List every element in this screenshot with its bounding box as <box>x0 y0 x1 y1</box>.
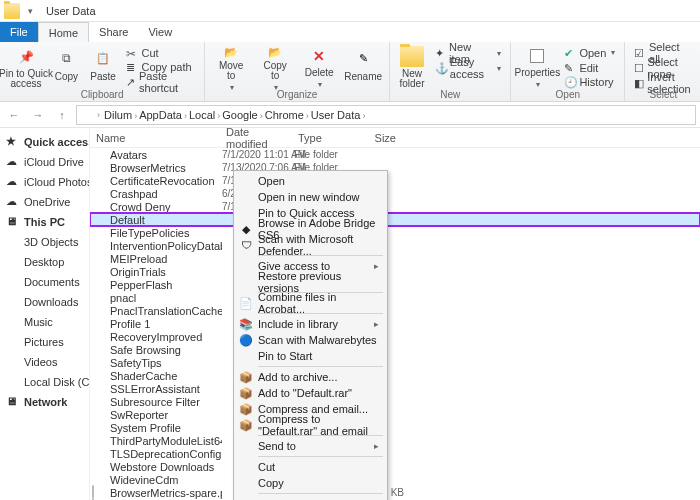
file-row[interactable]: RecoveryImproved <box>90 330 700 343</box>
file-row[interactable]: BrowserMetrics7/13/2020 7:06 AMFile fold… <box>90 161 700 174</box>
address-bar[interactable]: › Dilum›AppData›Local›Google›Chrome›User… <box>76 105 696 125</box>
file-row[interactable]: WidevineCdm <box>90 473 700 486</box>
file-row[interactable]: ThirdPartyModuleList64 <box>90 434 700 447</box>
file-row[interactable]: Avatars7/1/2020 11:01 AMFile folder <box>90 148 700 161</box>
file-row[interactable]: Profile 1 <box>90 317 700 330</box>
tab-share[interactable]: Share <box>89 22 138 42</box>
tab-file[interactable]: File <box>0 22 38 42</box>
col-size[interactable]: Size <box>352 132 402 144</box>
nav-item[interactable]: ☁OneDrive <box>2 192 87 212</box>
file-row[interactable]: MEIPreload <box>90 252 700 265</box>
menu-item[interactable]: 📦Compress to "Default.rar" and email <box>236 417 385 433</box>
menu-item[interactable]: 📦Add to "Default.rar" <box>236 385 385 401</box>
file-row[interactable]: SSLErrorAssistant <box>90 382 700 395</box>
invert-selection-button[interactable]: ◧Invert selection <box>631 76 695 90</box>
breadcrumb-item[interactable]: Chrome <box>263 109 306 121</box>
menu-item[interactable]: 🔵Scan with Malwarebytes <box>236 332 385 348</box>
menu-item[interactable]: Send to▸ <box>236 438 385 454</box>
menu-item[interactable]: Open <box>236 173 385 189</box>
nav-item[interactable]: Downloads <box>2 292 87 312</box>
back-button[interactable]: ← <box>4 105 24 125</box>
open-button[interactable]: ✔Open▾ <box>561 46 618 60</box>
nav-item[interactable]: Documents <box>2 272 87 292</box>
menu-item[interactable]: 🛡Scan with Microsoft Defender... <box>236 237 385 253</box>
edit-button[interactable]: ✎Edit <box>561 61 618 75</box>
nav-item[interactable]: ★Quick access <box>2 132 87 152</box>
nav-item[interactable]: Music <box>2 312 87 332</box>
nav-item[interactable]: Videos <box>2 352 87 372</box>
properties-button[interactable]: Properties▾ <box>517 44 557 89</box>
col-type[interactable]: Type <box>292 132 352 144</box>
nav-item[interactable]: Local Disk (C:) <box>2 372 87 392</box>
menu-item[interactable]: Cut <box>236 459 385 475</box>
nav-item[interactable]: 🖥This PC <box>2 212 87 232</box>
file-row[interactable]: OriginTrials <box>90 265 700 278</box>
nav-item[interactable]: Pictures <box>2 332 87 352</box>
copy-to-button[interactable]: 📂Copy to▾ <box>255 44 295 89</box>
file-row[interactable]: Crowd Deny7/10/2020 10:05 AMFile folder <box>90 200 700 213</box>
file-row[interactable]: pnacl <box>90 291 700 304</box>
edit-icon: ✎ <box>564 62 576 74</box>
menu-item[interactable]: Restore previous versions <box>236 274 385 290</box>
history-button[interactable]: 🕘History <box>561 75 618 89</box>
rename-button[interactable]: ✎Rename <box>343 44 383 89</box>
delete-button[interactable]: ✕Delete▾ <box>299 44 339 89</box>
folder-icon <box>6 295 20 309</box>
properties-icon <box>525 46 549 66</box>
file-row[interactable]: PnaclTranslationCache <box>90 304 700 317</box>
menu-item[interactable]: Open in new window <box>236 189 385 205</box>
breadcrumb-item[interactable]: Google <box>220 109 259 121</box>
menu-item[interactable]: 📚Include in library▸ <box>236 316 385 332</box>
cut-button[interactable]: ✂Cut <box>123 46 198 60</box>
breadcrumb-item[interactable]: AppData <box>137 109 184 121</box>
file-row[interactable]: SwReporter <box>90 408 700 421</box>
file-row[interactable]: PepperFlash <box>90 278 700 291</box>
file-row[interactable]: Subresource Filter <box>90 395 700 408</box>
breadcrumb-item[interactable]: Dilum <box>102 109 134 121</box>
menu-item[interactable]: Copy <box>236 475 385 491</box>
move-to-button[interactable]: 📂Move to▾ <box>211 44 251 89</box>
file-row[interactable]: Safe Browsing <box>90 343 700 356</box>
paste-shortcut-button[interactable]: ↗Paste shortcut <box>123 75 198 89</box>
column-headers: Name Date modified Type Size <box>90 128 700 148</box>
file-row[interactable]: Webstore Downloads <box>90 460 700 473</box>
menu-item[interactable]: Pin to Start <box>236 348 385 364</box>
nav-item[interactable]: ☁iCloud Drive <box>2 152 87 172</box>
file-row[interactable]: TLSDeprecationConfig <box>90 447 700 460</box>
folder-icon <box>92 447 106 461</box>
folder-icon <box>92 460 106 474</box>
menu-item[interactable]: Create shortcut <box>236 496 385 500</box>
menu-item[interactable]: 📄Combine files in Acrobat... <box>236 295 385 311</box>
file-row[interactable]: SafetyTips <box>90 356 700 369</box>
file-row[interactable]: Default <box>90 213 700 226</box>
forward-button[interactable]: → <box>28 105 48 125</box>
monitor-icon: 🖥 <box>6 395 20 409</box>
breadcrumb-item[interactable]: Local <box>187 109 217 121</box>
col-date[interactable]: Date modified <box>220 128 292 150</box>
file-row[interactable]: CertificateRevocation7/13/2020 7:06 AMFi… <box>90 174 700 187</box>
up-button[interactable]: ↑ <box>52 105 72 125</box>
new-folder-button[interactable]: New folder <box>396 44 428 89</box>
nav-item[interactable]: ☁iCloud Photos <box>2 172 87 192</box>
file-row[interactable]: BrowserMetrics-spare.pmaKB <box>90 486 700 499</box>
easy-access-button[interactable]: ⚓Easy access▾ <box>432 61 505 75</box>
tab-home[interactable]: Home <box>38 22 89 42</box>
paste-button[interactable]: 📋 Paste <box>87 44 120 89</box>
file-row[interactable]: ShaderCache <box>90 369 700 382</box>
tab-view[interactable]: View <box>138 22 182 42</box>
file-row[interactable]: System Profile <box>90 421 700 434</box>
nav-item[interactable]: 3D Objects <box>2 232 87 252</box>
copy-button[interactable]: ⧉ Copy <box>50 44 83 89</box>
file-name: InterventionPolicyDatabase <box>110 240 222 252</box>
nav-item[interactable]: 🖥Network <box>2 392 87 412</box>
breadcrumb-item[interactable]: User Data <box>309 109 363 121</box>
qat-dropdown-icon[interactable]: ▾ <box>22 3 38 19</box>
menu-item[interactable]: 📦Add to archive... <box>236 369 385 385</box>
delete-icon: ✕ <box>307 46 331 66</box>
file-row[interactable]: Crashpad6/20/2020 12:00 PMFile folder <box>90 187 700 200</box>
nav-item[interactable]: Desktop <box>2 252 87 272</box>
col-name[interactable]: Name <box>90 132 220 144</box>
pin-quick-access-button[interactable]: 📌 Pin to Quick access <box>6 44 46 89</box>
file-row[interactable]: InterventionPolicyDatabase <box>90 239 700 252</box>
file-row[interactable]: FileTypePolicies <box>90 226 700 239</box>
